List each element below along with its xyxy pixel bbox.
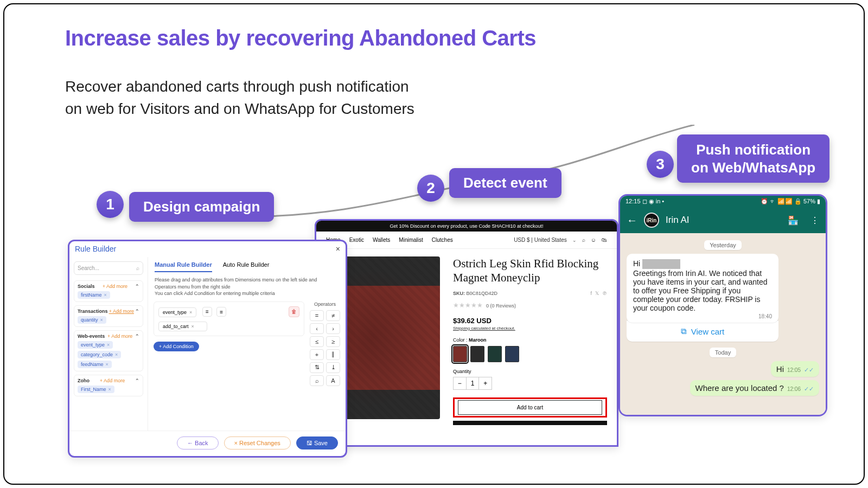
product-sku-row: SKU: B0C81QD42D f 𝕏 ℗: [453, 291, 607, 296]
read-receipt-icon: ✓✓: [804, 367, 814, 374]
op-lt[interactable]: ‹: [310, 323, 324, 334]
group-socials: Socials+ Add more⌃ firstName×: [74, 280, 143, 302]
back-button[interactable]: ← Back: [177, 436, 219, 450]
status-right: ⏰ ᯤ 📶📶 🔒 57% ▮: [761, 198, 820, 205]
remove-tag-icon[interactable]: ×: [108, 387, 111, 392]
remove-icon[interactable]: ×: [189, 310, 192, 315]
facebook-icon[interactable]: f: [590, 291, 592, 296]
nav-exotic[interactable]: Exotic: [349, 237, 364, 243]
step3-label-l2: on Web/WhatsApp: [691, 159, 815, 176]
rule-builder-footer: ← Back × Reset Changes 🖫 Save: [69, 431, 346, 455]
remove-tag-icon[interactable]: ×: [107, 342, 110, 348]
add-condition-button[interactable]: + Add Condition: [154, 342, 199, 351]
op-gte[interactable]: ≥: [326, 336, 340, 347]
tab-manual[interactable]: Manual Rule Builder: [155, 261, 212, 272]
rule-op[interactable]: =: [202, 307, 212, 317]
rule-op-extra[interactable]: ≡: [216, 307, 226, 317]
group-transactions-name: Transactions: [78, 309, 108, 314]
qty-plus[interactable]: +: [479, 377, 492, 389]
op-eq[interactable]: =: [310, 310, 324, 321]
chevron-up-icon[interactable]: ⌃: [135, 333, 139, 339]
whatsapp-panel: 12:15 ◻ ◉ in • ⏰ ᯤ 📶📶 🔒 57% ▮ ← iRin Iri…: [618, 194, 827, 416]
currency-selector[interactable]: USD $ | United States: [514, 237, 567, 243]
greeting-prefix: Hi: [633, 259, 642, 268]
operators-panel: Operators = ≠ ‹ › ≤ ≥ + ∥ ⇅ ⤓ ⌕ A: [310, 301, 340, 425]
avatar: iRin: [644, 213, 659, 228]
remove-tag-icon[interactable]: ×: [115, 352, 118, 357]
chevron-up-icon[interactable]: ⌃: [135, 284, 139, 289]
buy-now-button[interactable]: [453, 421, 607, 425]
product-title: Ostrich Leg Skin Rfid Blocking Magnet Mo…: [453, 256, 607, 285]
menu-icon[interactable]: ⋮: [810, 215, 819, 226]
op-parallel[interactable]: ∥: [326, 349, 340, 360]
webevents-add-more[interactable]: + Add more: [107, 333, 132, 339]
remove-tag-icon[interactable]: ×: [106, 362, 108, 367]
remove-tag-icon[interactable]: ×: [104, 292, 107, 298]
remove-tag-icon[interactable]: ×: [100, 317, 103, 323]
op-neq[interactable]: ≠: [326, 310, 340, 321]
tag-firstname[interactable]: firstName×: [78, 291, 110, 299]
incoming-message: Hi Greetings from Irin AI. We noticed th…: [627, 254, 778, 323]
search-input[interactable]: Search... ⌕: [74, 261, 143, 275]
rule-row: 🗑 event_type× = ≡ add_to_cart×: [154, 301, 304, 336]
sku-label: SKU:: [453, 291, 465, 296]
operators-grid: = ≠ ‹ › ≤ ≥ + ∥ ⇅ ⤓ ⌕ A: [310, 310, 340, 386]
op-sort[interactable]: ⇅: [310, 362, 324, 373]
nav-clutches[interactable]: Clutches: [432, 237, 453, 243]
save-button[interactable]: 🖫 Save: [296, 436, 338, 450]
status-battery: 57%: [803, 198, 815, 204]
chevron-up-icon[interactable]: ⌃: [135, 378, 139, 383]
rule-attr[interactable]: event_type×: [158, 307, 196, 317]
account-icon[interactable]: ☺: [591, 237, 596, 243]
qty-stepper[interactable]: − 1 +: [453, 377, 492, 390]
swatch-green[interactable]: [488, 346, 502, 362]
tag-event-type[interactable]: event_type×: [78, 341, 113, 349]
add-to-cart-button[interactable]: Add to cart: [458, 400, 602, 415]
op-search[interactable]: ⌕: [310, 375, 324, 386]
view-cart-button[interactable]: ⧉ View cart: [627, 320, 778, 342]
op-download[interactable]: ⤓: [326, 362, 340, 373]
out2-text: Where are you located ?: [695, 383, 784, 393]
op-gt[interactable]: ›: [326, 323, 340, 334]
reset-button[interactable]: × Reset Changes: [224, 436, 291, 450]
swatch-navy[interactable]: [505, 346, 519, 362]
op-text[interactable]: A: [326, 375, 340, 386]
contact-name[interactable]: Irin AI: [666, 215, 776, 226]
qty-minus[interactable]: −: [454, 377, 466, 389]
remove-icon[interactable]: ×: [192, 324, 194, 329]
nav-wallets[interactable]: Wallets: [373, 237, 390, 243]
swatch-black[interactable]: [470, 346, 484, 362]
chevron-up-icon[interactable]: ⌃: [135, 309, 139, 314]
zoho-add-more[interactable]: + Add more: [100, 378, 125, 383]
rule-list: 🗑 event_type× = ≡ add_to_cart× + Add Con…: [154, 301, 304, 425]
close-icon[interactable]: ×: [336, 245, 340, 253]
back-icon[interactable]: ←: [627, 214, 637, 227]
hint-line1: Please drag and drop attributes from Dim…: [155, 277, 317, 290]
socials-add-more[interactable]: + Add more: [103, 284, 127, 289]
cart-icon[interactable]: 🛍: [602, 237, 607, 243]
tag-feedname[interactable]: feedName×: [78, 361, 112, 368]
rule-value[interactable]: add_to_cart×: [158, 322, 207, 331]
phone-status-bar: 12:15 ◻ ◉ in • ⏰ ᯤ 📶📶 🔒 57% ▮: [620, 196, 826, 207]
tag-first-name[interactable]: First_Name×: [78, 386, 114, 393]
search-icon[interactable]: ⌕: [582, 237, 585, 243]
product-page-panel: Get 10% Discount on every product, use C…: [315, 219, 618, 447]
out1-text: Hi: [776, 364, 784, 374]
twitter-icon[interactable]: 𝕏: [595, 291, 599, 296]
cta-label: View cart: [691, 327, 724, 336]
tag-category-code[interactable]: category_code×: [78, 351, 121, 358]
op-lte[interactable]: ≤: [310, 336, 324, 347]
subtitle-line2: on web for Visitors and on WhatsApp for …: [65, 100, 414, 117]
sku-value: B0C81QD42D: [467, 291, 498, 296]
nav-minimalist[interactable]: Minimalist: [399, 237, 423, 243]
rule-builder-header: Rule Builder ×: [69, 241, 346, 257]
swatch-maroon[interactable]: [453, 346, 467, 362]
trash-icon[interactable]: 🗑: [289, 306, 299, 317]
pinterest-icon[interactable]: ℗: [602, 291, 607, 296]
op-plus[interactable]: +: [310, 349, 324, 360]
tag-quantity[interactable]: quantity×: [78, 316, 106, 324]
transactions-add-more[interactable]: + Add more: [109, 309, 134, 314]
tab-auto[interactable]: Auto Rule Builder: [223, 261, 270, 272]
group-zoho: Zoho+ Add more⌃ First_Name×: [74, 375, 143, 396]
store-icon[interactable]: 🏪: [788, 215, 799, 226]
